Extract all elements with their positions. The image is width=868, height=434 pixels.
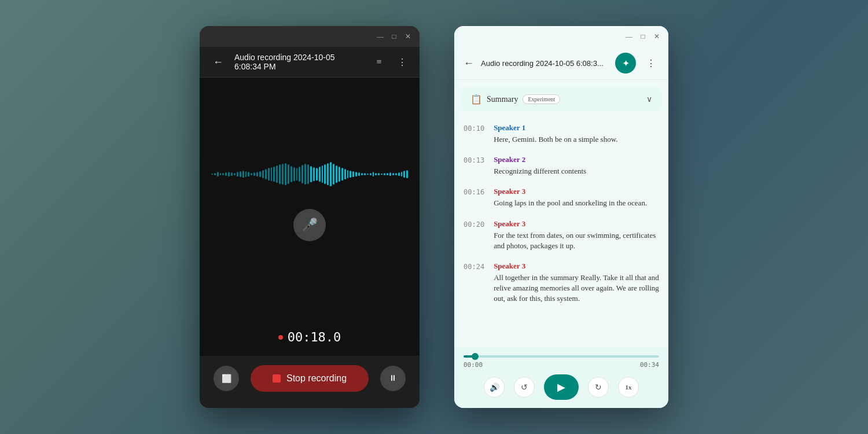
stop-recording-button[interactable]: Stop recording	[251, 365, 369, 392]
waveform-bar	[220, 173, 222, 176]
waveform-bar	[265, 169, 267, 179]
stop-recording-icon	[273, 374, 281, 382]
more-icon[interactable]: ⋮	[394, 54, 410, 70]
waveform-bar	[327, 163, 329, 185]
waveform-bar	[375, 173, 377, 176]
waveform-bar	[237, 172, 238, 176]
pause-button[interactable]: ⏸	[380, 366, 406, 391]
waveform-bar	[395, 173, 397, 175]
menu-icon[interactable]: ≡	[371, 54, 387, 70]
waveform-bar	[293, 167, 295, 181]
transcript-header: ← Audio recording 2024-10-05 6:08:3... ✦…	[454, 47, 668, 80]
waveform-bar	[350, 171, 351, 178]
recording-window: — □ ✕ ← Audio recording 2024-10-05 6:08:…	[200, 26, 420, 408]
transcript-back-button[interactable]: ←	[464, 57, 474, 69]
waveform-bar	[355, 172, 357, 176]
controls-bar: ⬜ Stop recording ⏸	[200, 356, 420, 408]
waveform-bar	[262, 170, 264, 178]
waveform-bar	[296, 168, 298, 181]
forward-button[interactable]: ↻	[588, 377, 609, 398]
speaker-name: Speaker 1	[494, 123, 659, 133]
pause-icon: ⏸	[389, 374, 397, 383]
waveform-bar	[240, 171, 241, 177]
progress-thumb	[472, 353, 479, 360]
summary-section[interactable]: 📋 Summary Experiment ∨	[461, 87, 661, 112]
waveform-bar	[288, 164, 289, 184]
volume-button[interactable]: 🔊	[484, 377, 505, 398]
minimize-button[interactable]: —	[376, 32, 385, 41]
play-icon: ▶	[557, 381, 565, 393]
stop-square-button[interactable]: ⬜	[214, 366, 239, 391]
waveform-bar	[398, 172, 400, 176]
entry-time: 00:20	[464, 219, 484, 251]
waveform-bar	[367, 174, 369, 175]
recording-header: ← Audio recording 2024-10-05 6:08:34 PM …	[200, 47, 420, 78]
waveform-bar	[341, 168, 343, 181]
time-labels: 00:00 00:34	[464, 361, 659, 369]
waveform-bar	[336, 165, 337, 183]
entry-content: Speaker 1 Here, Gemini. Both be on a sim…	[494, 123, 659, 145]
maximize-button[interactable]: □	[389, 32, 399, 41]
waveform-bar	[319, 167, 321, 182]
mic-button[interactable]: 🎤	[293, 209, 326, 241]
waveform-bar	[271, 167, 273, 181]
waveform-bar	[234, 173, 236, 176]
back-button[interactable]: ←	[209, 53, 227, 71]
current-time: 00:00	[464, 361, 483, 369]
transcript-entry: 00:13 Speaker 2 Recognizing different co…	[464, 155, 659, 176]
waveform-bar	[248, 172, 249, 176]
play-button[interactable]: ▶	[544, 374, 579, 400]
transcript-more-button[interactable]: ⋮	[643, 55, 659, 71]
waveform-bar	[253, 172, 255, 176]
entry-time: 00:10	[464, 123, 484, 145]
waveform-bar	[387, 173, 388, 176]
gemini-button[interactable]: ✦	[615, 53, 636, 73]
experiment-badge: Experiment	[523, 94, 560, 104]
timer-display: 00:18.0	[200, 321, 420, 356]
summary-chevron: ∨	[646, 94, 652, 104]
waveform-bar	[276, 165, 278, 183]
waveform-bar	[259, 171, 261, 178]
rewind-button[interactable]: ↺	[514, 377, 535, 398]
speaker-name: Speaker 3	[494, 262, 659, 271]
progress-track	[464, 355, 659, 358]
rewind-icon: ↺	[521, 382, 528, 392]
waveform-bar	[389, 172, 391, 176]
waveform-bar	[214, 173, 216, 176]
transcript-minimize-button[interactable]: —	[624, 32, 634, 41]
waveform-bar	[378, 173, 380, 175]
speed-button[interactable]: 1x	[618, 377, 639, 398]
recording-indicator	[278, 335, 283, 340]
transcript-entry: 00:10 Speaker 1 Here, Gemini. Both be on…	[464, 123, 659, 145]
waveform-bar	[381, 174, 382, 175]
volume-icon: 🔊	[490, 382, 499, 392]
waveform-bar	[211, 174, 213, 175]
close-button[interactable]: ✕	[403, 32, 413, 41]
waveform-bar	[231, 172, 233, 176]
entry-text: For the text from dates, on our swimming…	[494, 230, 659, 251]
progress-bar[interactable]	[464, 355, 659, 358]
timer-value: 00:18.0	[288, 330, 341, 344]
mic-icon: 🎤	[302, 218, 318, 233]
waveform-bar	[401, 172, 403, 176]
waveform-bar	[361, 173, 363, 176]
waveform-container	[211, 157, 408, 192]
gemini-icon: ✦	[622, 58, 630, 69]
waveform-bar	[299, 167, 300, 182]
waveform-bar	[242, 171, 244, 178]
waveform-bar	[310, 166, 312, 183]
waveform-bar	[228, 172, 230, 176]
summary-label: Summary	[487, 95, 518, 104]
transcript-maximize-button[interactable]: □	[638, 32, 648, 41]
transcript-entry: 00:16 Speaker 3 Going laps in the pool a…	[464, 187, 659, 208]
waveform-bar	[322, 165, 323, 183]
waveform-bar	[352, 171, 354, 177]
waveform-bar	[217, 172, 219, 176]
waveform-bar	[324, 164, 326, 184]
speaker-name: Speaker 3	[494, 219, 659, 229]
waveform-bar	[285, 163, 286, 185]
waveform-bar	[406, 170, 408, 178]
stop-recording-label: Stop recording	[286, 373, 347, 384]
transcript-close-button[interactable]: ✕	[652, 32, 661, 41]
waveform-bar	[373, 172, 374, 176]
